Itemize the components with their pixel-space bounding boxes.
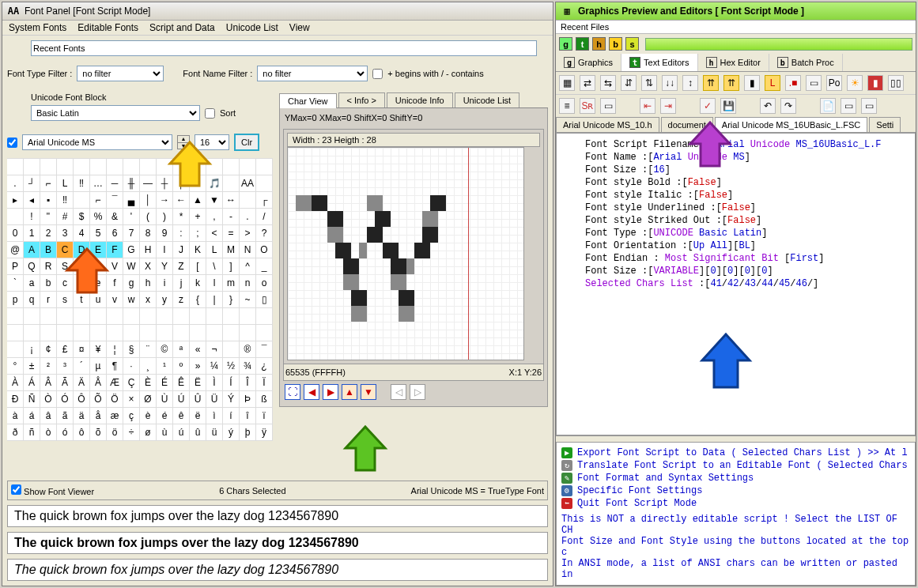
glyph-cell[interactable]: 🎵 (206, 175, 223, 192)
glyph-cell[interactable] (106, 307, 123, 325)
glyph-cell[interactable]: É (156, 374, 173, 391)
glyph-cell[interactable]: ® (239, 341, 256, 358)
glyph-cell[interactable]: o (255, 274, 273, 292)
action-link[interactable]: ⚙Specific Font Settings (561, 485, 910, 496)
glyph-cell[interactable] (172, 307, 190, 325)
glyph-cell[interactable]: ) (156, 208, 173, 225)
glyph-cell[interactable] (239, 191, 256, 209)
glyph-cell[interactable]: ⌐ (40, 175, 57, 192)
glyph-cell[interactable]: Æ (106, 374, 123, 391)
glyph-cell[interactable]: l (206, 274, 223, 292)
glyph-cell[interactable]: ü (206, 424, 223, 441)
glyph-cell[interactable]: [ (189, 258, 206, 275)
glyph-cell[interactable]: Â (40, 374, 57, 391)
glyph-cell[interactable]: — (139, 175, 157, 192)
action-link[interactable]: ✎Font Format and Syntax Settings (561, 473, 910, 484)
tb2-undo-icon[interactable]: ↶ (760, 98, 776, 114)
glyph-cell[interactable] (7, 158, 24, 175)
glyph-cell[interactable]: } (222, 291, 240, 308)
glyph-cell[interactable]: ç (123, 407, 140, 424)
glyph-cell[interactable]: 5 (89, 224, 107, 242)
nav-up-icon[interactable]: ▲ (342, 384, 357, 400)
glyph-cell[interactable] (206, 324, 223, 341)
glyph-cell[interactable]: N (239, 241, 256, 258)
glyph-cell[interactable]: Ò (40, 390, 57, 408)
glyph-cell[interactable]: Ø (139, 390, 157, 408)
glyph-cell[interactable]: ? (255, 224, 273, 242)
glyph-cell[interactable] (7, 208, 24, 225)
glyph-cell[interactable] (40, 324, 57, 341)
glyph-cell[interactable]: d (73, 274, 90, 292)
tb-l-icon[interactable]: L (765, 75, 780, 91)
glyph-cell[interactable] (89, 307, 107, 325)
tb2-g1-icon[interactable]: ▭ (841, 98, 856, 114)
glyph-cell[interactable]: ─ (106, 175, 123, 192)
glyph-cell[interactable]: Î (239, 374, 256, 391)
nav-right-icon[interactable]: ▶ (323, 384, 338, 400)
glyph-cell[interactable]: │ (172, 175, 190, 192)
script-editor[interactable]: Font Script Filename :[Arial Unicode MS_… (556, 133, 916, 435)
menu-unicode-list[interactable]: Unicode List (226, 22, 278, 33)
show-font-viewer-checkbox[interactable] (11, 484, 21, 495)
glyph-cell[interactable]: D (73, 241, 90, 258)
glyph-cell[interactable]: ~ (239, 291, 256, 308)
glyph-cell[interactable]: 3 (56, 224, 74, 242)
glyph-cell[interactable]: Å (89, 374, 107, 391)
glyph-cell[interactable]: ° (7, 357, 24, 375)
glyph-cell[interactable]: G (123, 241, 140, 258)
glyph-cell[interactable]: L (56, 175, 74, 192)
glyph-cell[interactable] (139, 307, 157, 325)
tab-unicode-list[interactable]: Unicode List (455, 92, 520, 107)
glyph-cell[interactable]: ê (172, 407, 190, 424)
tb2-redo-icon[interactable]: ↷ (780, 98, 796, 114)
glyph-cell[interactable]: c (56, 274, 74, 292)
glyph-cell[interactable]: Ð (7, 390, 24, 408)
tab--info-[interactable]: < Info > (338, 92, 385, 107)
glyph-cell[interactable]: ú (172, 424, 190, 441)
glyph-cell[interactable]: û (189, 424, 206, 441)
glyph-cell[interactable]: g (123, 274, 140, 292)
glyph-cell[interactable]: n (239, 274, 256, 292)
glyph-cell[interactable] (123, 158, 140, 175)
glyph-cell[interactable]: ¯ (255, 341, 273, 358)
glyph-cell[interactable]: ù (156, 424, 173, 441)
glyph-cell[interactable]: * (172, 208, 190, 225)
glyph-cell[interactable] (255, 307, 273, 325)
glyph-cell[interactable]: ø (139, 424, 157, 441)
glyph-cell[interactable]: ( (139, 208, 157, 225)
glyph-cell[interactable]: → (156, 191, 173, 209)
glyph-cell[interactable]: ô (73, 424, 90, 441)
glyph-cell[interactable]: 8 (139, 224, 157, 242)
glyph-cell[interactable]: h (139, 274, 157, 292)
tb-sun-icon[interactable]: ☀ (847, 75, 863, 91)
tb-red-icon[interactable]: ▮ (867, 75, 883, 91)
glyph-cell[interactable]: Ö (106, 390, 123, 408)
glyph-cell[interactable]: s (56, 291, 74, 308)
glyph-cell[interactable] (40, 158, 57, 175)
glyph-cell[interactable]: Ë (189, 374, 206, 391)
unicode-block-select[interactable]: Basic Latin (31, 105, 200, 121)
glyph-cell[interactable]: q (23, 291, 40, 308)
glyph-cell[interactable]: á (23, 407, 40, 424)
glyph-cell[interactable] (23, 324, 40, 341)
glyph-cell[interactable]: ß (255, 390, 273, 408)
glyph-cell[interactable]: ñ (23, 424, 40, 441)
glyph-cell[interactable]: þ (239, 424, 256, 441)
glyph-cell[interactable] (7, 307, 24, 325)
glyph-cell[interactable] (139, 324, 157, 341)
menu-editable-fonts[interactable]: Editable Fonts (77, 22, 138, 33)
glyph-cell[interactable]: â (40, 407, 57, 424)
font-enable-checkbox[interactable] (7, 138, 17, 148)
tb-h6-icon[interactable]: ↕ (682, 75, 698, 91)
font-family-select[interactable]: Arial Unicode MS (22, 134, 172, 150)
glyph-cell[interactable]: , (206, 208, 223, 225)
menu-script-and-data[interactable]: Script and Data (149, 22, 215, 33)
glyph-cell[interactable] (139, 158, 157, 175)
nav-home-icon[interactable]: ⛶ (285, 384, 300, 400)
glyph-cell[interactable]: 7 (123, 224, 140, 242)
glyph-cell[interactable]: ¦ (106, 341, 123, 358)
glyph-cell[interactable]: ▪ (40, 191, 57, 209)
glyph-cell[interactable]: × (123, 390, 140, 408)
glyph-cell[interactable]: ² (40, 357, 57, 375)
glyph-cell[interactable]: ▄ (123, 191, 140, 209)
